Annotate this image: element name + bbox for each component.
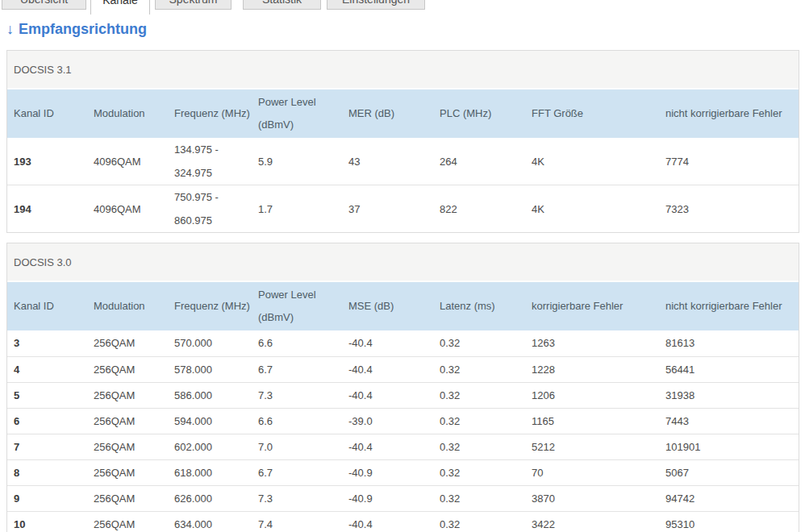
column-header-6: korrigierbare Fehler <box>525 282 659 330</box>
docsis-30-panel: DOCSIS 3.0 Kanal IDModulationFrequenz (M… <box>6 243 799 532</box>
cell: 7.3 <box>252 382 342 408</box>
table-row: 3256QAM570.0006.6-40.40.32126381613 <box>7 330 799 356</box>
tab-bar: ÜbersichtKanäleSpektrumStatistikEinstell… <box>0 0 805 15</box>
cell: 6.6 <box>252 330 342 356</box>
cell-kanal-id: 193 <box>7 138 87 185</box>
cell-kanal-id: 6 <box>7 408 87 434</box>
cell: -40.4 <box>342 356 433 382</box>
cell: 256QAM <box>87 356 168 382</box>
cell: 264 <box>433 138 525 185</box>
column-header-1: Modulation <box>87 282 168 330</box>
cell: -40.4 <box>342 511 433 532</box>
cell: 43 <box>342 138 433 185</box>
cell: 256QAM <box>87 382 168 408</box>
cell: 618.000 <box>168 459 252 485</box>
tab-einstellungen[interactable]: Einstellungen <box>327 0 425 10</box>
cell: 70 <box>525 459 659 485</box>
cell: 0.32 <box>433 356 525 382</box>
column-header-2: Frequenz (MHz) <box>168 282 252 330</box>
column-header-7: nicht korrigierbare Fehler <box>659 282 799 330</box>
cell: 7443 <box>659 408 799 434</box>
cell: 4K <box>525 185 659 233</box>
table-row: 7256QAM602.0007.0-40.40.325212101901 <box>7 434 799 459</box>
cell: 1228 <box>525 356 659 382</box>
cell: 578.000 <box>168 356 252 382</box>
cell: 3422 <box>525 511 659 532</box>
table-row: 9256QAM626.0007.3-40.90.32387094742 <box>7 485 799 511</box>
cell: 626.000 <box>168 485 252 511</box>
cell: 3870 <box>525 485 659 511</box>
table-row: 1934096QAM134.975 - 324.9755.9432644K777… <box>7 138 799 185</box>
cell: 6.7 <box>252 356 342 382</box>
table-row: 8256QAM618.0006.7-40.90.32705067 <box>7 459 799 485</box>
column-header-0: Kanal ID <box>7 89 87 138</box>
cell: 0.32 <box>433 511 525 532</box>
cell: 4K <box>525 138 659 185</box>
column-header-3: Power Level (dBmV) <box>252 89 342 138</box>
cell-kanal-id: 8 <box>7 459 87 485</box>
cell: 81613 <box>659 330 799 356</box>
column-header-5: PLC (MHz) <box>433 89 525 138</box>
docsis-31-panel: DOCSIS 3.1 Kanal IDModulationFrequenz (M… <box>6 50 799 233</box>
cell: 37 <box>342 185 433 233</box>
cell-kanal-id: 3 <box>7 330 87 356</box>
cell: 94742 <box>659 485 799 511</box>
cell: 594.000 <box>168 408 252 434</box>
cell: -39.0 <box>342 408 433 434</box>
tab-statistik[interactable]: Statistik <box>243 0 321 10</box>
cell: 0.32 <box>433 382 525 408</box>
table-row: 6256QAM594.0006.6-39.00.3211657443 <box>7 408 799 434</box>
header-row: Kanal IDModulationFrequenz (MHz)Power Le… <box>7 282 799 330</box>
cell: 256QAM <box>87 434 168 459</box>
cell: -40.4 <box>342 434 433 459</box>
column-header-7: nicht korrigierbare Fehler <box>659 89 799 138</box>
cell: 5.9 <box>252 138 342 185</box>
cell: 586.000 <box>168 382 252 408</box>
table-row: 10256QAM634.0007.4-40.40.32342295310 <box>7 511 799 532</box>
cell: 1263 <box>525 330 659 356</box>
cell: 256QAM <box>87 330 168 356</box>
cell: 5067 <box>659 459 799 485</box>
cell: 1.7 <box>252 185 342 233</box>
cell-kanal-id: 9 <box>7 485 87 511</box>
cell: 6.6 <box>252 408 342 434</box>
section-heading-label: Empfangsrichtung <box>19 21 147 37</box>
column-header-4: MSE (dB) <box>342 282 433 330</box>
column-header-0: Kanal ID <box>7 282 87 330</box>
header-row: Kanal IDModulationFrequenz (MHz)Power Le… <box>7 89 799 138</box>
cell: 4096QAM <box>87 185 168 233</box>
cell: 7.3 <box>252 485 342 511</box>
cell: 750.975 - 860.975 <box>168 185 252 233</box>
table-caption: DOCSIS 3.1 <box>7 51 799 89</box>
down-arrow-icon: ↓ <box>6 21 14 37</box>
section-heading-empfangsrichtung[interactable]: ↓Empfangsrichtung <box>6 21 805 38</box>
cell-kanal-id: 7 <box>7 434 87 459</box>
docsis-30-table: Kanal IDModulationFrequenz (MHz)Power Le… <box>7 282 799 532</box>
cell: 0.32 <box>433 485 525 511</box>
cell: 5212 <box>525 434 659 459</box>
cell: 0.32 <box>433 330 525 356</box>
tab-kanaele[interactable]: Kanäle <box>90 0 150 15</box>
cell: 1206 <box>525 382 659 408</box>
cell: 7.0 <box>252 434 342 459</box>
cell: -40.4 <box>342 330 433 356</box>
cell: 31938 <box>659 382 799 408</box>
column-header-6: FFT Größe <box>525 89 659 138</box>
column-header-4: MER (dB) <box>342 89 433 138</box>
cell: 570.000 <box>168 330 252 356</box>
column-header-2: Frequenz (MHz) <box>168 89 252 138</box>
table-row: 5256QAM586.0007.3-40.40.32120631938 <box>7 382 799 408</box>
cell: 0.32 <box>433 434 525 459</box>
cell: 256QAM <box>87 408 168 434</box>
tab-uebersicht[interactable]: Übersicht <box>2 0 86 10</box>
cell: 6.7 <box>252 459 342 485</box>
cell: 256QAM <box>87 485 168 511</box>
cell: 7774 <box>659 138 799 185</box>
tab-spektrum[interactable]: Spektrum <box>155 0 231 10</box>
column-header-5: Latenz (ms) <box>433 282 525 330</box>
cell: 0.32 <box>433 459 525 485</box>
cell: 602.000 <box>168 434 252 459</box>
cell: 822 <box>433 185 525 233</box>
cell: 101901 <box>659 434 799 459</box>
cell: 634.000 <box>168 511 252 532</box>
